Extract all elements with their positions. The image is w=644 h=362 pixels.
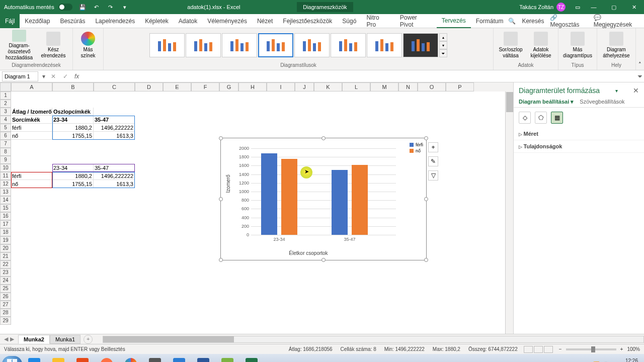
resize-handle[interactable] [424,197,428,201]
pane-tab-text-options[interactable]: Szövegbeállítások [580,99,624,105]
formula-input[interactable] [82,71,636,81]
tab-nitro[interactable]: Nitro Pro [361,14,394,28]
col-header[interactable]: N [398,82,418,92]
select-all-cells[interactable] [0,82,11,92]
col-header[interactable]: I [267,82,295,92]
task-app3[interactable] [216,356,238,362]
chart-styles-button[interactable]: ✎ [428,156,438,166]
cell[interactable]: Oszlopcímkék [52,108,94,116]
plot-area[interactable]: ➤ 02004006008001000120014001600180020002… [251,148,396,235]
user-avatar[interactable]: TZ [556,3,566,12]
row-header[interactable]: 3 [0,108,11,116]
view-page-layout-icon[interactable] [534,346,543,353]
row-header[interactable]: 25 [0,285,11,293]
row-header[interactable]: 1 [0,92,11,100]
cell[interactable]: Átlag / Izomerő [11,108,52,116]
sheet-nav-next-icon[interactable]: ▶ [10,336,14,342]
col-header[interactable]: M [370,82,398,92]
horizontal-scrollbar[interactable] [103,336,644,343]
tab-developer[interactable]: Fejlesztőeszközök [278,14,337,28]
chart-style-4[interactable] [258,33,293,57]
row-header[interactable]: 17 [0,220,11,228]
cancel-formula-icon[interactable]: ✕ [47,73,59,80]
resize-handle[interactable] [321,136,326,140]
tab-data[interactable]: Adatok [174,14,202,28]
quick-layout-button[interactable]: Kész elrendezés [37,30,69,61]
task-explorer[interactable] [47,356,69,362]
row-header[interactable]: 2 [0,100,11,108]
row-header[interactable]: 13 [0,188,11,196]
effects-icon[interactable]: ⬠ [535,112,547,124]
row-header[interactable]: 12 [0,180,11,188]
cell[interactable]: férfi [11,124,52,132]
row-header[interactable]: 24 [0,277,11,285]
row-header[interactable]: 4 [0,116,11,124]
close-pane-icon[interactable]: ✕ [633,86,639,95]
row-header[interactable]: 22 [0,260,11,268]
chart-bar[interactable] [281,159,297,235]
cell[interactable]: 1496,222222 [94,124,135,132]
add-sheet-button[interactable]: + [84,335,93,344]
chart-style-3[interactable] [222,33,257,57]
cell[interactable]: 23-34 [52,116,94,124]
enter-formula-icon[interactable]: ✓ [59,73,71,80]
chart-style-5[interactable] [294,33,330,57]
col-header[interactable]: K [314,82,342,92]
col-header[interactable]: F [191,82,219,92]
cell[interactable]: 1880,2 [52,172,94,180]
chart-legend[interactable]: férfi nő [410,142,423,154]
col-header[interactable]: G [219,82,238,92]
user-name[interactable]: Takács Zoltán [519,4,553,10]
redo-icon[interactable]: ↷ [105,0,117,14]
worksheet[interactable]: ABCDEFGHIJKLMNOP 12345678910111213141516… [0,82,513,334]
col-header[interactable]: C [94,82,135,92]
task-media[interactable] [71,356,94,362]
undo-icon[interactable]: ↶ [91,0,103,14]
qat-customize-icon[interactable]: ▾ [119,0,131,14]
task-excel[interactable] [240,356,263,362]
x-axis-title[interactable]: Életkor csoportok [221,250,396,256]
row-header[interactable]: 26 [0,293,11,301]
cell[interactable]: nő [11,132,52,140]
share-button[interactable]: 🔗 Megosztás [550,14,587,28]
chart-bar[interactable] [332,170,348,235]
col-header[interactable]: J [295,82,314,92]
cell[interactable]: 1755,15 [52,180,94,188]
tab-home[interactable]: Kezdőlap [20,14,55,28]
cell[interactable]: Sorcímkék [11,116,52,124]
cell[interactable]: 1613,3 [94,180,135,188]
pane-tab-chart-options[interactable]: Diagram beállításai ▾ [519,99,574,105]
resize-handle[interactable] [219,197,223,201]
chart-style-2[interactable] [186,33,221,57]
sheet-tab[interactable]: Munka1 [50,335,80,344]
name-box-dropdown-icon[interactable]: ▾ [40,73,47,80]
tab-format[interactable]: Formátum [471,14,509,28]
zoom-slider[interactable] [566,348,616,350]
row-header[interactable]: 18 [0,228,11,236]
save-icon[interactable]: 💾 [76,0,89,14]
vertical-scrollbar[interactable] [505,92,513,334]
col-header[interactable]: P [446,82,474,92]
autosave-toggle[interactable] [58,4,72,11]
tab-view[interactable]: Nézet [252,14,278,28]
col-header[interactable]: L [342,82,370,92]
chart-style-1[interactable] [149,33,185,57]
sheet-nav-prev-icon[interactable]: ◀ [4,336,8,342]
row-header[interactable]: 6 [0,132,11,140]
sheet-tab-active[interactable]: Munka2 [18,335,50,344]
tray-clock[interactable]: 12:262020.03.13. [611,358,638,362]
resize-handle[interactable] [424,258,428,262]
select-data-button[interactable]: Adatok kijelölése [527,30,555,61]
chart-bar[interactable] [261,153,277,235]
cell[interactable]: nő [11,180,52,188]
chart-bar[interactable] [352,165,368,235]
tab-file[interactable]: Fájl [0,14,20,28]
close-button[interactable]: ✕ [624,0,644,14]
row-header[interactable]: 11 [0,172,11,180]
styles-scroll-up-icon[interactable]: ▴ [439,33,447,41]
add-chart-element-button[interactable]: Diagram-összetevő hozzáadása [3,30,35,61]
section-size[interactable]: Méret [514,128,644,140]
maximize-button[interactable]: ▢ [604,0,624,14]
task-word[interactable] [192,356,214,362]
col-header[interactable]: D [135,82,163,92]
